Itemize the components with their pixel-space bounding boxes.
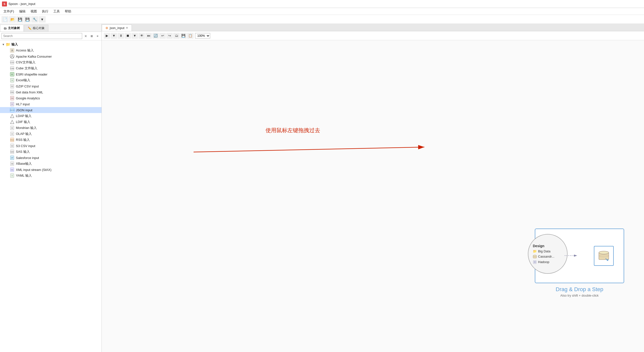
folder-button[interactable]: 🗂 [173, 33, 180, 39]
save-canvas-button[interactable]: 💾 [180, 33, 186, 39]
list-item[interactable]: M Mondrian 输入 [0, 125, 102, 131]
item-icon-olap: O [10, 132, 14, 136]
menu-view[interactable]: 视图 [28, 9, 39, 15]
pause-button[interactable]: ⏸ [118, 33, 124, 39]
svg-line-6 [11, 56, 12, 57]
item-label-esri: ESRI shapefile reader [16, 73, 48, 76]
search-clear-button[interactable]: ✕ [83, 34, 88, 39]
svg-point-5 [13, 57, 14, 58]
list-item[interactable]: XML Get data from XML [0, 89, 102, 95]
database-icon [598, 250, 610, 262]
canvas-tab-close-button[interactable]: ✕ [126, 26, 128, 30]
item-label-cube: Cube 文件输入 [16, 66, 38, 71]
item-label-rss: RSS 输入 [16, 138, 30, 142]
list-item[interactable]: GA Google Analytics [0, 95, 102, 101]
item-icon-mondrian: M [10, 126, 14, 130]
list-item[interactable]: RSS RSS 输入 [0, 137, 102, 143]
item-label-ldif: LDIF 输入 [16, 120, 30, 124]
list-item[interactable]: XB XBase输入 [0, 161, 102, 167]
svg-point-3 [12, 55, 13, 56]
db-icon-box [594, 246, 614, 266]
undo-button[interactable]: ↩ [159, 33, 166, 39]
item-icon-json: JSON [10, 108, 14, 112]
list-item[interactable]: CSV CSV文件输入 [0, 59, 102, 65]
menu-edit[interactable]: 编辑 [17, 9, 28, 15]
list-item[interactable]: SF Salesforce input [0, 155, 102, 161]
list-item[interactable]: H HL7 input [0, 101, 102, 107]
list-item-json[interactable]: JSON JSON input [0, 107, 102, 113]
stop-dropdown-button[interactable]: ▼ [132, 33, 138, 39]
svg-text:XML: XML [11, 169, 14, 171]
svg-point-2 [10, 54, 14, 58]
item-icon-salesforce: SF [10, 156, 14, 160]
menu-run[interactable]: 执行 [40, 9, 50, 15]
list-item[interactable]: GZ GZIP CSV input [0, 83, 102, 89]
search-bar: ✕ ⊞ ≡ [0, 32, 102, 41]
item-label-yaml: YAML 输入 [16, 173, 32, 178]
tree-area: ▼ 📁 输入 A Access 输入 Apache Kafka Consumer [0, 41, 102, 352]
save-as-button[interactable]: 💾 [24, 16, 31, 23]
item-label-ga: Google Analytics [16, 96, 40, 100]
tree-root: ▼ 📁 输入 A Access 输入 Apache Kafka Consumer [0, 41, 102, 180]
tree-group-input[interactable]: ▼ 📁 输入 [0, 42, 102, 48]
fast-forward-button[interactable]: ⏭ [146, 33, 152, 39]
canvas-tab-json-input[interactable]: ⚙ json_input ✕ [102, 25, 132, 31]
svg-text:O: O [12, 133, 13, 135]
menu-file[interactable]: 文件(F) [2, 9, 16, 15]
item-icon-esri: E [10, 72, 14, 77]
list-item[interactable]: Apache Kafka Consumer [0, 53, 102, 59]
tab-core-objects[interactable]: ✏️ 核心对象 [24, 25, 48, 32]
list-item[interactable]: E ESRI shapefile reader [0, 71, 102, 77]
list-item[interactable]: XML XML input stream (StAX) [0, 167, 102, 173]
svg-text:M: M [12, 127, 13, 129]
tab-main-objects[interactable]: 🗂 主对象树 [0, 25, 24, 32]
item-icon-xml: XML [10, 90, 14, 94]
svg-text:JSON: JSON [10, 109, 14, 111]
item-label-access: Access 输入 [16, 48, 34, 53]
circle-bigdata-item: 📁 Big Data [533, 249, 550, 253]
run-button[interactable]: ▶ [104, 33, 110, 39]
clipboard-button[interactable]: 📋 [187, 33, 194, 39]
menu-bar: 文件(F) 编辑 视图 执行 工具 帮助 [0, 8, 644, 15]
svg-point-56 [599, 251, 609, 254]
run-dropdown-button[interactable]: ▼ [111, 33, 117, 39]
group-folder-icon: 📁 [6, 42, 10, 47]
list-item[interactable]: LDAP 输入 [0, 113, 102, 119]
save-button[interactable]: 💾 [16, 16, 23, 23]
new-button[interactable]: 📄 [2, 16, 8, 23]
menu-tools[interactable]: 工具 [51, 9, 62, 15]
settings-button[interactable]: 🔧 [31, 16, 38, 23]
redo-button[interactable]: ↪ [166, 33, 173, 39]
list-item[interactable]: O OLAP 输入 [0, 131, 102, 137]
list-item[interactable]: A Access 输入 [0, 48, 102, 53]
canvas-area[interactable]: 使用鼠标左键拖拽过去 Design 📁 [102, 40, 644, 352]
refresh-button[interactable]: 🔄 [152, 33, 159, 39]
svg-text:Cube: Cube [10, 68, 14, 69]
search-input[interactable] [2, 33, 82, 39]
list-item[interactable]: Y YAML 输入 [0, 173, 102, 179]
list-item[interactable]: LDIF 输入 [0, 119, 102, 125]
search-list-button[interactable]: ≡ [95, 34, 100, 39]
open-button[interactable]: 📂 [9, 16, 16, 23]
right-panel: ⚙ json_input ✕ ▶ ▼ ⏸ ⏹ ▼ 👁 ⏭ 🔄 ↩ ↪ 🗂 💾 📋… [102, 24, 644, 352]
tab-main-objects-icon: 🗂 [4, 27, 7, 30]
preview-button[interactable]: 👁 [138, 33, 145, 39]
canvas-tab-label: json_input [110, 26, 124, 30]
svg-text:XB: XB [11, 163, 14, 165]
menu-help[interactable]: 帮助 [63, 9, 73, 15]
item-label-csv: CSV文件输入 [16, 60, 36, 65]
item-icon-yaml: Y [10, 173, 14, 178]
drag-drop-circle: Design 📁 Big Data Cassandr... H Hadoop [528, 234, 568, 274]
item-icon-ga: GA [10, 96, 14, 100]
stop-button[interactable]: ⏹ [124, 33, 131, 39]
zoom-select[interactable]: 100% 75% 50% 150% [195, 33, 210, 39]
canvas-toolbar: ▶ ▼ ⏸ ⏹ ▼ 👁 ⏭ 🔄 ↩ ↪ 🗂 💾 📋 100% 75% 50% 1… [102, 31, 644, 40]
list-item[interactable]: X Excel输入 [0, 77, 102, 83]
list-item[interactable]: SAS SAS 输入 [0, 149, 102, 155]
dropdown-button[interactable]: ▼ [39, 16, 46, 23]
list-item[interactable]: S3 S3 CSV input [0, 143, 102, 149]
panel-tabs: 🗂 主对象树 ✏️ 核心对象 [0, 24, 102, 32]
search-layout-button[interactable]: ⊞ [89, 34, 94, 39]
svg-text:Y: Y [12, 175, 13, 177]
list-item[interactable]: Cube Cube 文件输入 [0, 65, 102, 71]
